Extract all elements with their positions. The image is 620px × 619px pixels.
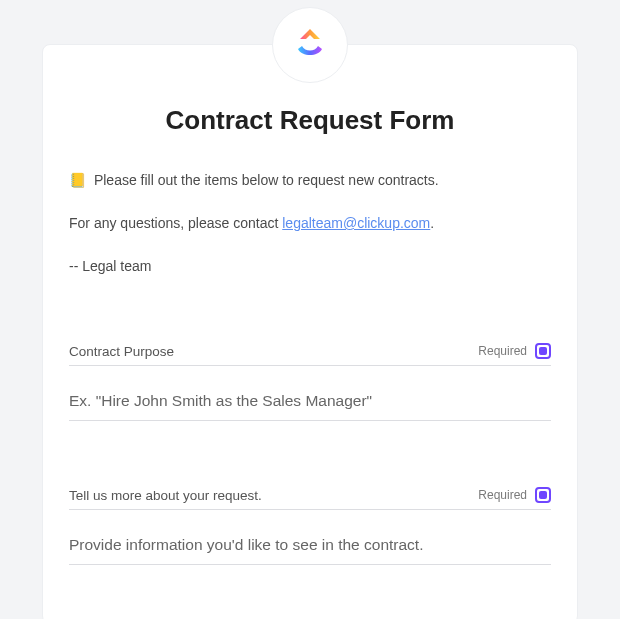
intro-text-1: Please fill out the items below to reque… (94, 172, 439, 188)
field-request-details: Tell us more about your request. Require… (69, 487, 551, 565)
field-header: Contract Purpose Required (69, 343, 551, 366)
clickup-logo-icon (290, 25, 330, 65)
field-label: Tell us more about your request. (69, 488, 478, 503)
required-toggle[interactable] (535, 343, 551, 359)
field-header: Tell us more about your request. Require… (69, 487, 551, 510)
request-details-input[interactable] (69, 536, 551, 565)
signoff: -- Legal team (69, 256, 551, 277)
contact-email-link[interactable]: legalteam@clickup.com (282, 215, 430, 231)
intro-suffix: . (430, 215, 434, 231)
field-label: Contract Purpose (69, 344, 478, 359)
field-contract-purpose: Contract Purpose Required (69, 343, 551, 421)
required-group: Required (478, 343, 551, 359)
required-group: Required (478, 487, 551, 503)
intro-prefix: For any questions, please contact (69, 215, 282, 231)
form-card: Contract Request Form 📒 Please fill out … (42, 44, 578, 619)
note-icon: 📒 (69, 172, 86, 188)
required-label: Required (478, 488, 527, 502)
brand-logo-badge (272, 7, 348, 83)
page-title: Contract Request Form (69, 105, 551, 136)
required-label: Required (478, 344, 527, 358)
intro-line-2: For any questions, please contact legalt… (69, 213, 551, 234)
required-toggle[interactable] (535, 487, 551, 503)
contract-purpose-input[interactable] (69, 392, 551, 421)
intro-line-1: 📒 Please fill out the items below to req… (69, 170, 551, 191)
